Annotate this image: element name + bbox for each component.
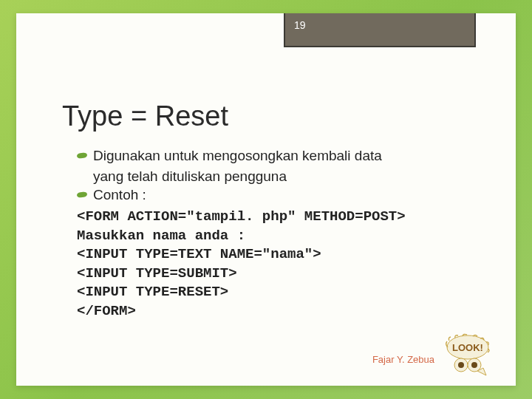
- bullet-continuation: yang telah dituliskan pengguna: [77, 167, 471, 186]
- code-line: </FORM>: [77, 302, 471, 321]
- code-line: <INPUT TYPE=SUBMIT>: [77, 265, 471, 284]
- look-icon: LOOK!: [440, 331, 495, 377]
- page-number: 19: [294, 19, 306, 31]
- bullet-text: Digunakan untuk mengosongkan kembali dat…: [93, 148, 382, 163]
- code-line: Masukkan nama anda :: [77, 227, 471, 246]
- svg-point-4: [471, 362, 477, 368]
- code-line: <INPUT TYPE=RESET>: [77, 283, 471, 302]
- code-block: <FORM ACTION="tampil. php" METHOD=POST> …: [77, 208, 471, 321]
- code-line: <FORM ACTION="tampil. php" METHOD=POST>: [77, 208, 471, 227]
- slide-card: 19 Type = Reset Digunakan untuk mengoson…: [16, 13, 516, 386]
- bullet-item: Contoh :: [77, 185, 471, 205]
- slide-content: Digunakan untuk mengosongkan kembali dat…: [77, 146, 471, 321]
- bullet-item: Digunakan untuk mengosongkan kembali dat…: [77, 146, 471, 166]
- code-line: <INPUT TYPE=TEXT NAME="nama">: [77, 245, 471, 265]
- footer-author: Fajar Y. Zebua: [372, 354, 434, 365]
- svg-point-3: [458, 362, 464, 368]
- page-number-box: 19: [284, 13, 476, 47]
- slide-title: Type = Reset: [62, 100, 228, 132]
- bullet-text: Contoh :: [93, 187, 146, 202]
- look-label: LOOK!: [452, 342, 483, 353]
